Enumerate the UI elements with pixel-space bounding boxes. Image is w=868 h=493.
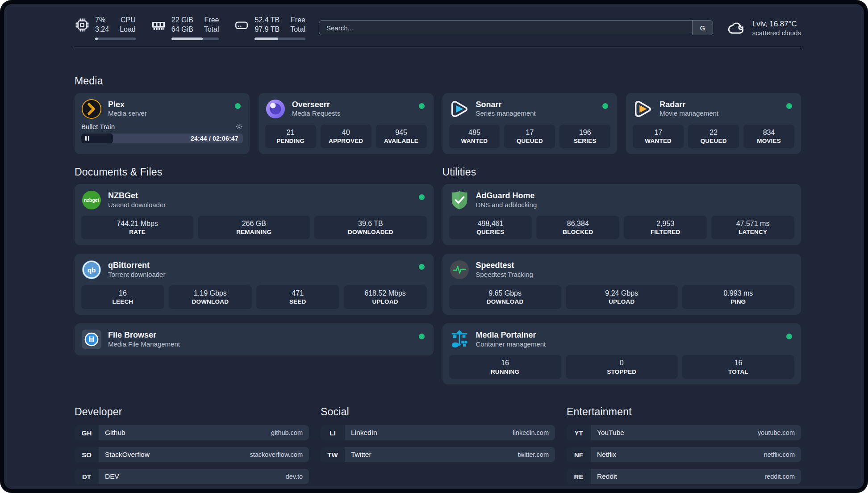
stat-tile-download: 1.19 GbpsDOWNLOAD [169,285,252,309]
status-online-dot [419,264,425,270]
bookmark-link-linkedin[interactable]: LILinkedInlinkedin.com [321,425,555,440]
stat-tile-label: LATENCY [713,228,793,236]
stat-label-top: Free [290,16,305,25]
app-card-header: Media PortainerContainer management [449,329,795,350]
app-name: Overseerr [292,100,340,110]
utilities-card-stack: AdGuard HomeDNS and adblocking498,461QUE… [442,184,801,384]
app-name: File Browser [108,330,180,340]
stat-tile-value: 485 [451,128,498,138]
search-input[interactable] [319,21,692,35]
link-domain: stackoverflow.com [250,451,303,458]
usage-progress-fill [255,38,278,40]
stat-tiles-row: 744.21 MbpsRATE266 GBREMAINING39.6 TBDOW… [81,216,427,239]
app-card-header: SonarrSeries management [449,99,611,119]
app-card-header: nzbgetNZBGetUsenet downloader [81,190,427,210]
stat-tile-upload: 9.24 GbpsUPLOAD [566,285,678,309]
bookmark-link-github[interactable]: GHGithubgithub.com [75,425,309,440]
app-title-block: File BrowserMedia File Management [108,330,180,348]
stat-tile-value: 16 [684,358,793,368]
gear-icon[interactable] [235,123,243,130]
stat-tile-value: 39.6 TB [316,219,425,229]
link-name: YouTube [597,429,624,437]
stat-value-bottom: 64 GiB [171,25,193,34]
stat-tiles-row: 16RUNNING0STOPPED16TOTAL [449,355,795,379]
dashboard-panel: 7% 3.24 CPU Load 22 GiB 64 GiB [4,4,864,489]
stat-tile-value: 471 [258,288,338,298]
link-name: Netflix [597,451,616,459]
app-description: Media Requests [292,109,340,118]
app-card-media-portainer[interactable]: Media PortainerContainer management16RUN… [442,323,801,384]
playback-progress-bar: 24:44 / 02:06:47 [81,134,243,143]
bookmark-link-groups: DeveloperGHGithubgithub.comSOStackOverfl… [75,406,801,489]
stat-label-top: Free [204,16,219,25]
app-card-header: qbqBittorrentTorrent downloader [81,259,427,280]
stat-tile-value: 16 [451,358,559,368]
weather-widget: Lviv, 16.87°C scattered clouds [726,18,801,38]
app-card-radarr[interactable]: RadarrMovie management17WANTED22QUEUED83… [626,93,801,154]
stat-tiles-row: 17WANTED22QUEUED834MOVIES [633,125,794,148]
stat-tile-label: PING [684,298,793,306]
stat-tile-label: UPLOAD [346,298,425,306]
pause-icon[interactable] [85,136,89,141]
stat-tile-value: 834 [745,128,793,138]
stat-tile-queued: 17QUEUED [504,125,555,148]
app-title-block: RadarrMovie management [659,100,718,118]
app-description: Speedtest Tracking [476,271,533,279]
stat-tile-label: BLOCKED [538,228,618,236]
bookmark-link-youtube[interactable]: YTYouTubeyoutube.com [567,425,801,440]
app-card-nzbget[interactable]: nzbgetNZBGetUsenet downloader744.21 Mbps… [75,184,434,245]
app-card-file-browser[interactable]: File BrowserMedia File Management [75,323,434,355]
app-description: Media File Management [108,340,180,349]
app-description: Torrent downloader [108,271,165,279]
stat-tile-label: DOWNLOADED [316,228,425,236]
link-body: Netflixnetflix.com [591,447,801,462]
app-card-plex[interactable]: PlexMedia serverBullet Train 24:44 / 02:… [75,93,250,154]
stat-tile-value: 0 [568,358,676,368]
app-name: NZBGet [108,191,166,201]
middle-columns: Documents & Files nzbgetNZBGetUsenet dow… [75,154,801,384]
stat-tile-value: 9.65 Gbps [451,288,559,298]
app-card-speedtest[interactable]: SpeedtestSpeedtest Tracking9.65 GbpsDOWN… [442,254,801,315]
system-widget-labels: Free Total [204,16,219,34]
stat-tile-ping: 0.993 msPING [682,285,794,309]
stat-tile-label: DOWNLOAD [171,298,250,306]
stat-tile-value: 9.24 Gbps [568,288,676,298]
status-online-dot [419,103,425,109]
app-card-sonarr[interactable]: SonarrSeries management485WANTED17QUEUED… [442,93,618,154]
bookmark-link-twitter[interactable]: TWTwittertwitter.com [321,447,555,462]
stat-tile-stopped: 0STOPPED [566,355,678,379]
app-card-overseerr[interactable]: OverseerrMedia Requests21PENDING40APPROV… [259,93,434,154]
app-title-block: SpeedtestSpeedtest Tracking [476,260,533,279]
now-playing-title: Bullet Train [81,123,115,130]
documents-column: Documents & Files nzbgetNZBGetUsenet dow… [75,154,434,384]
stat-tile-leech: 16LEECH [81,285,164,309]
bookmark-link-reddit[interactable]: RERedditreddit.com [567,469,801,484]
stat-tile-value: 1.19 Gbps [171,288,250,298]
app-card-qbittorrent[interactable]: qbqBittorrentTorrent downloader16LEECH1.… [75,254,434,315]
bookmark-link-stackoverflow[interactable]: SOStackOverflowstackoverflow.com [75,447,309,462]
stat-tile-label: QUEUED [690,137,737,145]
link-body: LinkedInlinkedin.com [345,425,555,440]
app-card-adguard-home[interactable]: AdGuard HomeDNS and adblocking498,461QUE… [442,184,801,245]
weather-condition: scattered clouds [752,29,801,37]
stat-tile-label: MOVIES [745,137,793,145]
stat-tile-pending: 21PENDING [265,125,316,148]
link-abbr-badge: TW [321,447,345,462]
link-body: Twittertwitter.com [345,447,555,462]
search-engine-button[interactable]: G [692,21,713,35]
playback-elapsed-segment [81,134,113,143]
link-domain: twitter.com [518,451,549,458]
stat-tiles-row: 9.65 GbpsDOWNLOAD9.24 GbpsUPLOAD0.993 ms… [449,285,795,309]
stat-label-bottom: Total [204,25,219,34]
bookmark-link-dev[interactable]: DTDEVdev.to [75,469,309,484]
app-description: Usenet downloader [108,201,166,209]
app-title-block: AdGuard HomeDNS and adblocking [476,191,537,209]
status-online-dot [419,194,425,200]
status-online-dot [602,103,608,109]
cloud-icon [726,18,746,38]
header-divider [75,47,801,47]
link-abbr-badge: LI [321,425,345,440]
bookmark-link-netflix[interactable]: NFNetflixnetflix.com [567,447,801,462]
stat-value-bottom: 3.24 [95,25,109,34]
stat-tile-label: RATE [83,228,192,236]
